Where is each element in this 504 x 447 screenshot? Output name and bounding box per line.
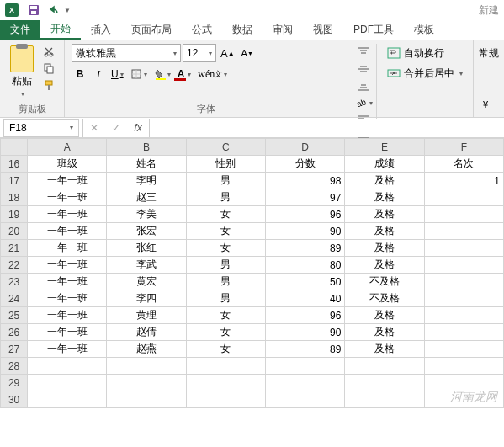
cell[interactable] <box>424 189 503 206</box>
undo-button[interactable]: ▼ <box>49 5 71 15</box>
cell[interactable]: 及格 <box>345 307 424 324</box>
cell[interactable]: 97 <box>266 189 345 206</box>
cell[interactable]: 及格 <box>345 189 424 206</box>
row-header[interactable]: 17 <box>1 173 28 189</box>
cell[interactable]: 性别 <box>186 156 265 173</box>
font-color-button[interactable]: A▾ <box>175 65 194 83</box>
cell[interactable]: 女 <box>186 206 265 223</box>
cell[interactable]: 女 <box>186 341 265 358</box>
column-header[interactable]: F <box>424 139 503 156</box>
cell[interactable]: 男 <box>186 274 265 290</box>
row-header[interactable]: 28 <box>1 358 28 375</box>
cancel-button[interactable]: ✕ <box>83 119 105 137</box>
cell[interactable]: 一年一班 <box>28 173 107 189</box>
tab-pdf-tools[interactable]: PDF工具 <box>343 20 404 40</box>
align-top-button[interactable] <box>354 44 373 61</box>
cell[interactable]: 89 <box>266 341 345 358</box>
underline-button[interactable]: U▾ <box>109 65 126 83</box>
cell[interactable]: 一年一班 <box>28 257 107 274</box>
borders-button[interactable]: ▾ <box>128 65 150 83</box>
row-header[interactable]: 21 <box>1 240 28 257</box>
cell[interactable] <box>107 375 186 391</box>
cell[interactable] <box>424 274 503 290</box>
merge-center-button[interactable]: 合并后居中 ▾ <box>384 64 466 82</box>
cell[interactable]: 赵三 <box>107 189 186 206</box>
fill-color-button[interactable]: ▾ <box>151 65 173 83</box>
font-size-select[interactable]: 12 ▾ <box>183 44 216 62</box>
cell[interactable] <box>424 257 503 274</box>
cell[interactable] <box>424 290 503 307</box>
row-header[interactable]: 23 <box>1 274 28 290</box>
cell[interactable]: 成绩 <box>345 156 424 173</box>
number-format-select[interactable]: 常规 <box>479 44 499 62</box>
cell[interactable] <box>28 358 107 375</box>
cell[interactable]: 班级 <box>28 156 107 173</box>
cell[interactable]: 及格 <box>345 240 424 257</box>
cell[interactable]: 一年一班 <box>28 240 107 257</box>
cell[interactable]: 张红 <box>107 240 186 257</box>
row-header[interactable]: 19 <box>1 206 28 223</box>
cell[interactable]: 一年一班 <box>28 341 107 358</box>
row-header[interactable]: 27 <box>1 341 28 358</box>
cell[interactable]: 98 <box>266 173 345 189</box>
cell[interactable] <box>186 375 265 391</box>
tab-review[interactable]: 审阅 <box>263 20 303 40</box>
cell[interactable]: 一年一班 <box>28 206 107 223</box>
cell[interactable] <box>266 375 345 391</box>
tab-templates[interactable]: 模板 <box>404 20 444 40</box>
cell[interactable] <box>266 391 345 408</box>
cell[interactable]: 不及格 <box>345 290 424 307</box>
column-header[interactable]: D <box>266 139 345 156</box>
decrease-font-button[interactable]: A▼ <box>239 44 256 62</box>
cell[interactable]: 男 <box>186 173 265 189</box>
cell[interactable]: 张宏 <box>107 223 186 240</box>
cell[interactable] <box>345 391 424 408</box>
format-painter-button[interactable] <box>40 77 57 93</box>
cell[interactable]: 1 <box>424 173 503 189</box>
cell[interactable] <box>424 341 503 358</box>
chevron-down-icon[interactable]: ▾ <box>459 70 463 77</box>
cell[interactable]: 及格 <box>345 173 424 189</box>
align-bottom-button[interactable] <box>354 77 373 94</box>
cell[interactable]: 一年一班 <box>28 324 107 341</box>
cell[interactable]: 姓名 <box>107 156 186 173</box>
cell[interactable]: 黄理 <box>107 307 186 324</box>
cell[interactable]: 50 <box>266 274 345 290</box>
cell[interactable]: 一年一班 <box>28 290 107 307</box>
wrap-text-button[interactable]: 自动换行 <box>384 44 466 62</box>
cell[interactable]: 李四 <box>107 290 186 307</box>
row-header[interactable]: 29 <box>1 375 28 391</box>
cell[interactable]: 男 <box>186 257 265 274</box>
align-middle-button[interactable] <box>354 61 373 77</box>
chevron-down-icon[interactable]: ▾ <box>21 90 24 98</box>
cell[interactable]: 96 <box>266 206 345 223</box>
bold-button[interactable]: B <box>72 65 88 83</box>
cell[interactable]: 89 <box>266 240 345 257</box>
cell[interactable]: 90 <box>266 324 345 341</box>
cell[interactable] <box>345 358 424 375</box>
cell[interactable] <box>186 358 265 375</box>
select-all-button[interactable] <box>1 139 28 156</box>
cell[interactable]: 一年一班 <box>28 274 107 290</box>
name-box[interactable]: F18 ▾ <box>3 119 79 137</box>
row-header[interactable]: 16 <box>1 156 28 173</box>
cell[interactable]: 及格 <box>345 341 424 358</box>
cell[interactable]: 李明 <box>107 173 186 189</box>
cell[interactable] <box>424 324 503 341</box>
cell[interactable]: 90 <box>266 223 345 240</box>
cut-button[interactable] <box>40 44 57 59</box>
row-header[interactable]: 22 <box>1 257 28 274</box>
tab-insert[interactable]: 插入 <box>81 20 121 40</box>
tab-data[interactable]: 数据 <box>222 20 263 40</box>
cell[interactable]: 男 <box>186 189 265 206</box>
cell[interactable] <box>424 307 503 324</box>
cell[interactable]: 男 <box>186 290 265 307</box>
cell[interactable]: 一年一班 <box>28 189 107 206</box>
enter-button[interactable]: ✓ <box>105 119 127 137</box>
font-name-select[interactable]: 微软雅黑 ▾ <box>72 44 181 62</box>
cell[interactable]: 女 <box>186 307 265 324</box>
cell[interactable]: 名次 <box>424 156 503 173</box>
cell[interactable]: 一年一班 <box>28 223 107 240</box>
cell[interactable] <box>424 375 503 391</box>
cell[interactable]: 96 <box>266 307 345 324</box>
